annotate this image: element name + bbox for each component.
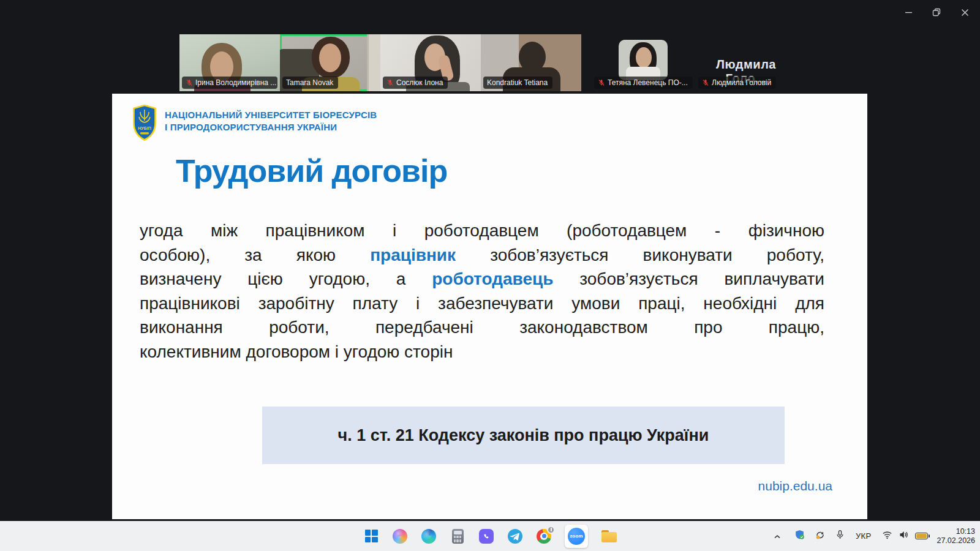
volume-icon [899, 530, 909, 542]
microphone-icon [835, 530, 845, 542]
mic-off-icon [186, 79, 193, 86]
telegram-icon [508, 529, 522, 544]
svg-text:НУБІП: НУБІП [138, 126, 151, 130]
participant-tile-iryna[interactable]: Ірина Володимирівна ... [179, 34, 280, 91]
battery-tray-button[interactable] [915, 521, 928, 551]
body-line: визначену цією угодою, а роботодавець зо… [140, 267, 824, 291]
participant-name: Людмила Головій [712, 78, 771, 87]
zoom-meeting-window: Ірина Володимирівна ... Tamara Novak Сос… [0, 0, 980, 551]
restore-button[interactable] [922, 1, 951, 23]
participant-name-tag: Тетяна Левенець ПО-... [594, 77, 693, 89]
participant-tile-tamara-active-speaker[interactable]: Tamara Novak [280, 34, 380, 91]
close-button[interactable] [951, 1, 979, 23]
body-line: особою), за якою працівник зобов’язуєтьс… [140, 243, 824, 268]
wifi-icon [882, 531, 892, 542]
participant-name-tag: Kondratiuk Tetiana [483, 77, 552, 89]
participant-tile-ilona[interactable]: Сослюк Ілона [380, 34, 481, 91]
university-website: nubip.edu.ua [758, 479, 832, 493]
participant-video-strip: Ірина Володимирівна ... Tamara Novak Сос… [179, 34, 581, 91]
start-button[interactable] [363, 528, 379, 544]
copilot-button[interactable] [392, 528, 408, 544]
university-name: НАЦІОНАЛЬНИЙ УНІВЕРСИТЕТ БІОРЕСУРСІВ І П… [165, 109, 377, 133]
participant-tile-kondratiuk[interactable]: Kondratiuk Tetiana [481, 34, 581, 91]
window-controls [894, 1, 979, 23]
microphone-tray-button[interactable] [835, 521, 845, 551]
body-line: колективним договором і угодою сторін [140, 340, 824, 364]
participant-name: Ірина Володимирівна ... [195, 78, 276, 87]
copilot-icon [393, 529, 407, 544]
system-tray: УКР 10:13 27.02.2026 [774, 521, 975, 551]
tray-time: 10:13 [937, 527, 975, 536]
tray-date: 27.02.2026 [937, 536, 975, 545]
close-icon [961, 9, 969, 17]
taskbar-app-icons: zoom [363, 521, 617, 551]
volume-tray-button[interactable] [899, 521, 909, 551]
participant-name: Tamara Novak [286, 78, 333, 87]
tray-chevron-icon [774, 531, 781, 542]
participant-name-tag: Ірина Володимирівна ... [182, 77, 277, 89]
viber-button[interactable] [478, 528, 494, 544]
participant-name: Kondratiuk Tetiana [487, 78, 548, 87]
law-reference-text: ч. 1 ст. 21 Кодексу законів про працю Ук… [338, 426, 709, 445]
body-line: угода між працівником і роботодавцем (ро… [140, 219, 824, 243]
law-reference-box: ч. 1 ст. 21 Кодексу законів про працю Ук… [262, 407, 785, 464]
file-explorer-button[interactable] [601, 528, 617, 544]
language-indicator[interactable]: УКР [856, 521, 871, 551]
edge-icon [421, 529, 436, 544]
slide-body-text: угода між працівником і роботодавцем (ро… [140, 219, 824, 364]
participant-tile-liudmyla[interactable]: Людмила Голо... Людмила Головій [696, 34, 796, 91]
file-explorer-icon [601, 530, 617, 542]
slide-title: Трудовий договір [176, 152, 447, 189]
telegram-button[interactable] [507, 528, 523, 544]
body-line: виконання роботи, передбачені законодавс… [140, 315, 824, 340]
defender-icon [794, 530, 805, 542]
body-line: працівникові заробітну плату і забезпечу… [140, 291, 824, 316]
defender-tray-button[interactable] [794, 521, 805, 551]
mic-off-icon [386, 79, 394, 86]
battery-icon [915, 533, 928, 539]
tray-overflow-button[interactable] [774, 521, 781, 551]
calculator-button[interactable] [450, 528, 466, 544]
minimize-icon [905, 9, 913, 17]
windows-taskbar: zoom [0, 521, 980, 551]
restore-icon [932, 8, 941, 17]
clock[interactable]: 10:13 27.02.2026 [937, 521, 975, 551]
minimize-button[interactable] [894, 1, 922, 23]
mic-off-icon [598, 79, 605, 86]
language-label: УКР [856, 531, 871, 541]
participant-name: Тетяна Левенець ПО-... [608, 78, 688, 87]
nubip-shield-icon: НУБІП [132, 105, 157, 143]
viber-icon [479, 529, 494, 544]
chrome-button[interactable] [536, 528, 552, 544]
participant-name-tag: Tamara Novak [282, 77, 338, 89]
university-name-line1: НАЦІОНАЛЬНИЙ УНІВЕРСИТЕТ БІОРЕСУРСІВ [165, 109, 377, 121]
edge-button[interactable] [421, 528, 437, 544]
wifi-tray-button[interactable] [882, 521, 892, 551]
university-header: НУБІП НАЦІОНАЛЬНИЙ УНІВЕРСИТЕТ БІОРЕСУРС… [132, 105, 377, 143]
mic-off-icon [702, 79, 709, 86]
calculator-icon [452, 529, 464, 544]
participant-name: Сослюк Ілона [396, 78, 443, 87]
start-icon [365, 530, 378, 542]
chrome-profile-badge [547, 526, 555, 534]
participant-tile-tetiana-levenets[interactable]: Тетяна Левенець ПО-... [592, 34, 695, 91]
sync-tray-button[interactable] [815, 521, 826, 551]
zoom-app-button-active[interactable]: zoom [565, 525, 588, 548]
avatar [619, 40, 668, 80]
participant-name-tag: Сослюк Ілона [383, 77, 448, 89]
shared-screen-slide: НУБІП НАЦІОНАЛЬНИЙ УНІВЕРСИТЕТ БІОРЕСУРС… [112, 94, 867, 519]
zoom-icon: zoom [568, 528, 585, 545]
participant-name-tag: Людмила Головій [698, 77, 776, 89]
sync-icon [815, 530, 826, 543]
university-name-line2: І ПРИРОДОКОРИСТУВАННЯ УКРАЇНИ [165, 121, 377, 133]
